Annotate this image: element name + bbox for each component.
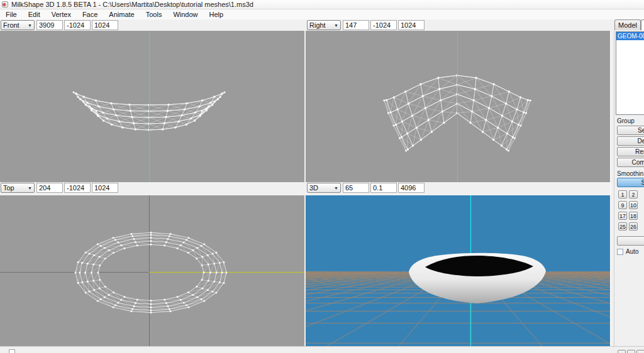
menu-item-animate[interactable]: Animate (103, 10, 140, 19)
chevron-down-icon: ▼ (334, 186, 338, 190)
persp-view-mode-label: 3D (309, 184, 318, 192)
front-far-field[interactable]: 1024 (92, 20, 118, 30)
right-viewport-toolbar: Right ▼ 147 -1024 1024 (307, 19, 610, 31)
menu-bar: File Edit Vertex Face Animate Tools Wind… (0, 9, 644, 19)
side-panel: Model G GEOM-00 Group Sele Dele Rena Com… (614, 19, 644, 345)
smoothing-assign-button[interactable] (617, 236, 644, 246)
auto-smooth-checkbox[interactable] (617, 249, 623, 255)
top-far-field[interactable]: 1024 (92, 183, 118, 193)
partial-button-3[interactable] (636, 350, 644, 353)
menu-item-help[interactable]: Help (204, 10, 230, 19)
menu-item-window[interactable]: Window (167, 10, 203, 19)
tab-model[interactable]: Model (614, 19, 641, 30)
smoothing-group-10-button[interactable]: 10 (629, 201, 638, 209)
right-zoom-field[interactable]: 147 (343, 20, 369, 30)
group-section-label: Group (617, 117, 635, 124)
menu-item-file[interactable]: File (0, 10, 23, 19)
persp-viewport-toolbar: 3D ▼ 65 0.1 4096 (307, 182, 610, 193)
smoothing-group-1-button[interactable]: 1 (618, 190, 627, 198)
front-view-mode-label: Front (3, 21, 19, 29)
panel-splitter[interactable] (610, 31, 614, 346)
bottom-strip (0, 346, 644, 353)
top-view-mode-label: Top (3, 184, 14, 192)
right-view-mode-label: Right (309, 21, 326, 29)
groups-list[interactable]: GEOM-00 (616, 31, 644, 115)
front-viewport[interactable] (0, 31, 304, 182)
menu-item-tools[interactable]: Tools (140, 10, 168, 19)
app-window: MilkShape 3D 1.8.5 BETA 1 - C:\Users\Mar… (0, 0, 644, 353)
tab-groups[interactable]: G (641, 19, 644, 30)
right-far-field[interactable]: 1024 (398, 20, 425, 30)
menu-item-face[interactable]: Face (77, 10, 103, 19)
panel-tabs: Model G (614, 19, 644, 31)
window-title: MilkShape 3D 1.8.5 BETA 1 - C:\Users\Mar… (11, 1, 253, 8)
smoothing-group-9-button[interactable]: 9 (618, 201, 627, 209)
smoothing-group-25-button[interactable]: 25 (618, 222, 627, 231)
group-select-button[interactable]: Sele (617, 126, 644, 135)
top-near-field[interactable]: -1024 (64, 183, 91, 193)
top-zoom-field[interactable]: 204 (36, 183, 63, 193)
menu-item-vertex[interactable]: Vertex (46, 10, 77, 19)
front-view-mode-select[interactable]: Front ▼ (1, 20, 35, 30)
menu-item-edit[interactable]: Edit (23, 10, 46, 19)
front-near-field[interactable]: -1024 (64, 20, 91, 30)
group-rename-button[interactable]: Rena (617, 147, 644, 156)
partial-button-1[interactable] (618, 350, 626, 353)
smoothing-select-button[interactable]: Sel (617, 178, 644, 187)
top-viewport-toolbar: Top ▼ 204 -1024 1024 (1, 182, 304, 193)
auto-smooth-row: Auto (617, 248, 639, 255)
smoothing-group-2-button[interactable]: 2 (629, 190, 638, 198)
auto-smooth-label: Auto (626, 248, 639, 255)
vertical-splitter[interactable] (304, 31, 306, 346)
top-viewport[interactable] (0, 195, 304, 346)
persp-fov-field[interactable]: 65 (343, 183, 369, 193)
persp-far-field[interactable]: 4096 (398, 183, 425, 193)
smoothing-group-18-button[interactable]: 18 (629, 212, 638, 220)
chevron-down-icon: ▼ (28, 186, 32, 190)
persp-view-mode-select[interactable]: 3D ▼ (307, 183, 341, 193)
smoothing-group-26-button[interactable]: 26 (629, 222, 638, 231)
persp-near-field[interactable]: 0.1 (370, 183, 397, 193)
right-near-field[interactable]: -1024 (370, 20, 397, 30)
group-delete-button[interactable]: Dele (617, 136, 644, 146)
top-view-mode-select[interactable]: Top ▼ (1, 183, 35, 193)
list-item-geom00[interactable]: GEOM-00 (616, 32, 644, 40)
partial-button-2[interactable] (627, 350, 635, 353)
chevron-down-icon: ▼ (28, 23, 32, 28)
right-view-mode-select[interactable]: Right ▼ (307, 20, 341, 30)
title-bar: MilkShape 3D 1.8.5 BETA 1 - C:\Users\Mar… (0, 0, 644, 9)
app-icon (2, 1, 8, 8)
right-viewport[interactable] (306, 31, 610, 182)
chevron-down-icon: ▼ (334, 23, 338, 28)
partial-checkbox[interactable] (9, 349, 15, 353)
smoothing-group-17-button[interactable]: 17 (618, 212, 627, 220)
front-viewport-toolbar: Front ▼ 3909 -1024 1024 (1, 19, 304, 31)
front-zoom-field[interactable]: 3909 (36, 20, 63, 30)
persp-viewport[interactable] (306, 195, 610, 346)
group-comment-button[interactable]: Comm (617, 158, 644, 167)
smoothing-section-label: Smoothin (617, 170, 643, 177)
